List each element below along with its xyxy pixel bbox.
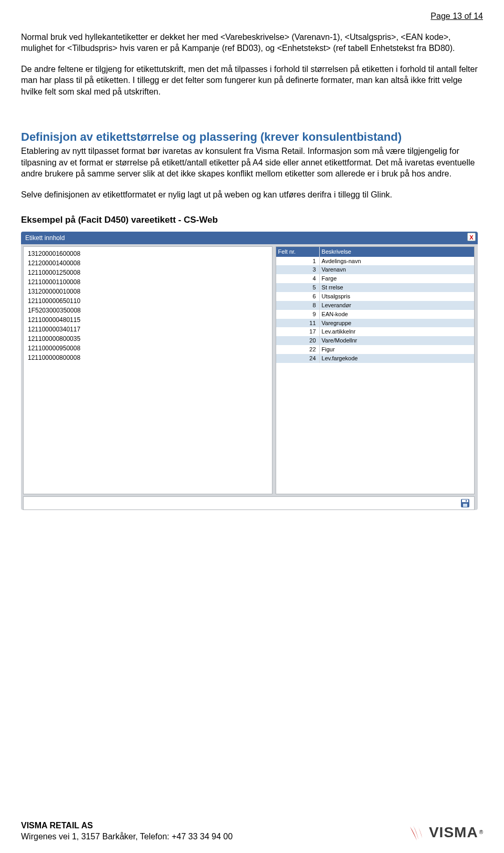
code-line: 121100000650110	[28, 296, 268, 306]
table-row[interactable]: 24Lev.fargekode	[276, 354, 475, 363]
cell-feltnr: 24	[276, 354, 320, 363]
table-row[interactable]: 20Vare/Modellnr	[276, 336, 475, 345]
svg-rect-1	[462, 500, 468, 502]
panel-title: Etikett innhold	[25, 234, 65, 242]
etikett-panel: Etikett innhold X 1312000016000081212000…	[21, 232, 478, 510]
cell-beskrivelse: EAN-kode	[320, 310, 474, 319]
svg-rect-2	[463, 504, 467, 507]
code-line: 131200000010008	[28, 287, 268, 296]
fields-table: Felt nr. Beskrivelse 1Avdelings-navn3Var…	[276, 246, 475, 494]
paragraph-3: Etablering av nytt tilpasset format bør …	[21, 145, 483, 180]
cell-feltnr: 4	[276, 274, 320, 283]
page-number: Page 13 of 14	[21, 11, 483, 22]
code-line: 121100000950008	[28, 344, 268, 353]
cell-beskrivelse: Varegruppe	[320, 319, 474, 328]
table-header-beskrivelse: Beskrivelse	[320, 247, 474, 257]
cell-beskrivelse: Varenavn	[320, 265, 474, 274]
logo-mark-icon	[408, 824, 426, 841]
cell-beskrivelse: Leverandør	[320, 301, 474, 310]
svg-rect-3	[466, 500, 467, 502]
table-row[interactable]: 4Farge	[276, 274, 475, 283]
registered-mark: ®	[479, 829, 483, 836]
table-row[interactable]: 22Figur	[276, 345, 475, 354]
code-line: 131200001600008	[28, 249, 268, 258]
cell-feltnr: 11	[276, 319, 320, 328]
table-row[interactable]: 3Varenavn	[276, 265, 475, 274]
cell-beskrivelse: Utsalgspris	[320, 292, 474, 301]
cell-beskrivelse: Figur	[320, 345, 474, 354]
paragraph-2: De andre feltene er tilgjeng for etikett…	[21, 64, 483, 98]
cell-beskrivelse: Farge	[320, 274, 474, 283]
cell-feltnr: 17	[276, 327, 320, 336]
cell-feltnr: 6	[276, 292, 320, 301]
table-row[interactable]: 11Varegruppe	[276, 319, 475, 328]
code-line: 121100001250008	[28, 268, 268, 277]
table-row[interactable]: 8Leverandør	[276, 301, 475, 310]
footer-address: Wirgenes vei 1, 3157 Barkåker, Telefon: …	[21, 831, 233, 842]
logo-text: VISMA	[429, 823, 478, 842]
code-line: 121100000480115	[28, 315, 268, 325]
cell-feltnr: 1	[276, 257, 320, 266]
cell-feltnr: 9	[276, 310, 320, 319]
table-row[interactable]: 9EAN-kode	[276, 310, 475, 319]
paragraph-4: Selve definisjonen av etikettformatet er…	[21, 189, 483, 201]
footer-company: VISMA RETAIL AS	[21, 820, 233, 831]
cell-beskrivelse: St rrelse	[320, 283, 474, 292]
cell-beskrivelse: Avdelings-navn	[320, 257, 474, 266]
panel-titlebar: Etikett innhold X	[21, 232, 478, 244]
section-heading: Definisjon av etikettstørrelse og plasse…	[21, 129, 483, 145]
codes-list: 1312000016000081212000014000081211000012…	[23, 246, 272, 494]
cell-feltnr: 3	[276, 265, 320, 274]
cell-beskrivelse: Vare/Modellnr	[320, 336, 474, 345]
table-row[interactable]: 17Lev.artikkelnr	[276, 327, 475, 336]
save-icon[interactable]	[460, 498, 470, 508]
cell-feltnr: 20	[276, 336, 320, 345]
code-line: 121100000800008	[28, 353, 268, 362]
table-row[interactable]: 5St rrelse	[276, 283, 475, 292]
code-line: 121100000800035	[28, 334, 268, 344]
save-bar	[23, 496, 475, 510]
paragraph-1: Normal bruk ved hyllekantetiketter er de…	[21, 32, 483, 54]
code-line: 1F5203000350008	[28, 306, 268, 315]
code-line: 121200001400008	[28, 258, 268, 268]
visma-logo: VISMA ®	[408, 823, 483, 842]
page-footer: VISMA RETAIL AS Wirgenes vei 1, 3157 Bar…	[21, 820, 483, 842]
close-icon[interactable]: X	[467, 233, 476, 241]
cell-beskrivelse: Lev.artikkelnr	[320, 327, 474, 336]
table-header-feltnr: Felt nr.	[276, 247, 320, 257]
cell-feltnr: 8	[276, 301, 320, 310]
code-line: 121100001100008	[28, 277, 268, 287]
table-row[interactable]: 6Utsalgspris	[276, 292, 475, 301]
cell-beskrivelse: Lev.fargekode	[320, 354, 474, 363]
cell-feltnr: 22	[276, 345, 320, 354]
example-heading: Eksempel på (Facit D450) vareetikett - C…	[21, 214, 483, 226]
cell-feltnr: 5	[276, 283, 320, 292]
table-row[interactable]: 1Avdelings-navn	[276, 257, 475, 266]
code-line: 121100000340117	[28, 325, 268, 334]
